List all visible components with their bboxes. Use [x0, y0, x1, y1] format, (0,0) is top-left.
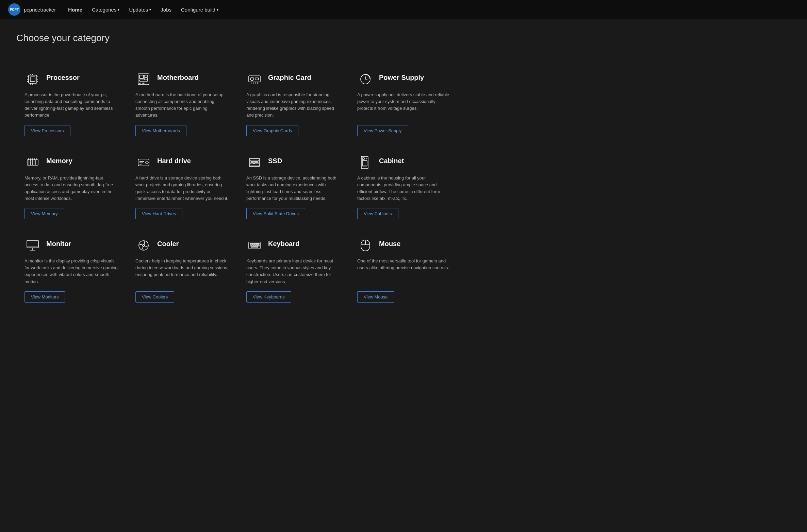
- category-cell-mouse: Mouse One of the most versatile tool for…: [349, 229, 460, 312]
- category-header-hard-drive: Hard drive: [135, 154, 229, 171]
- category-header-memory: Memory: [24, 154, 118, 171]
- category-header-motherboard: Motherboard: [135, 71, 229, 87]
- svg-rect-74: [254, 245, 256, 246]
- category-cell-cooler: Cooler Coolers help in keeping temperatu…: [127, 229, 238, 312]
- svg-rect-68: [252, 243, 253, 244]
- svg-point-64: [139, 241, 148, 250]
- nav-logo[interactable]: PCPT pcpricetracker: [8, 3, 56, 16]
- nav-configure-build[interactable]: Configure build ▾: [177, 4, 223, 15]
- cooler-icon: [135, 237, 152, 254]
- svg-rect-75: [256, 245, 258, 246]
- category-header-ssd: SSD: [246, 154, 340, 171]
- category-header-graphic-card: Graphic Card: [246, 71, 340, 87]
- svg-rect-60: [27, 240, 38, 248]
- psu-icon: [357, 71, 374, 87]
- keyboard-icon: [246, 237, 263, 254]
- page-title: Choose your category: [16, 33, 460, 44]
- svg-rect-25: [250, 77, 254, 81]
- category-desc-keyboard: Keyboards are primary input device for m…: [246, 258, 340, 285]
- chevron-down-icon: ▾: [149, 8, 151, 12]
- category-cell-motherboard: Motherboard A motherboard is the backbon…: [127, 63, 238, 146]
- category-cell-ssd: SSD An SSD is a storage device, accelera…: [238, 146, 349, 229]
- hdd-icon: [135, 154, 152, 171]
- nav-categories[interactable]: Categories ▾: [88, 4, 124, 15]
- nav-home[interactable]: Home: [64, 4, 86, 15]
- category-desc-cabinet: A cabinet is the housing for all your co…: [357, 175, 450, 202]
- view-btn-cabinet[interactable]: View Cabinets: [357, 208, 398, 219]
- processor-icon: [24, 71, 41, 87]
- category-title-monitor: Monitor: [46, 237, 71, 248]
- category-cell-memory: Memory Memory, or RAM, provides lightnin…: [16, 146, 127, 229]
- view-btn-ssd[interactable]: View Solid State Drives: [246, 208, 305, 219]
- categories-grid: Processor A processor is the powerhouse …: [16, 63, 460, 312]
- svg-point-80: [365, 242, 366, 243]
- view-btn-monitor[interactable]: View Monitors: [24, 291, 65, 303]
- category-title-keyboard: Keyboard: [268, 237, 299, 248]
- category-header-keyboard: Keyboard: [246, 237, 340, 254]
- category-header-power-supply: Power Supply: [357, 71, 450, 87]
- view-btn-mouse[interactable]: View Mouse: [357, 291, 394, 303]
- category-header-monitor: Monitor: [24, 237, 118, 254]
- category-desc-memory: Memory, or RAM, provides lightning-fast …: [24, 175, 118, 202]
- category-desc-graphic-card: A graphics card is responsible for stunn…: [246, 91, 340, 119]
- ssd-icon: [246, 154, 263, 171]
- gpu-icon: [246, 71, 263, 87]
- svg-rect-15: [139, 75, 144, 79]
- category-header-cooler: Cooler: [135, 237, 229, 254]
- chevron-down-icon: ▾: [217, 8, 218, 12]
- category-title-processor: Processor: [46, 71, 80, 82]
- logo-icon: PCPT: [8, 3, 20, 16]
- title-divider: [16, 49, 460, 49]
- view-btn-memory[interactable]: View Memory: [24, 208, 64, 219]
- category-header-mouse: Mouse: [357, 237, 450, 254]
- svg-rect-56: [362, 158, 364, 159]
- view-btn-power-supply[interactable]: View Power Supply: [357, 125, 408, 136]
- motherboard-icon: [135, 71, 152, 87]
- svg-point-65: [143, 244, 145, 246]
- category-desc-monitor: A monitor is the display providing crisp…: [24, 258, 118, 285]
- category-cell-monitor: Monitor A monitor is the display providi…: [16, 229, 127, 312]
- svg-rect-69: [254, 243, 256, 244]
- nav-links: Home Categories ▾ Updates ▾ Jobs Configu…: [64, 4, 223, 15]
- svg-rect-70: [256, 243, 258, 244]
- category-title-power-supply: Power Supply: [379, 71, 424, 82]
- category-desc-mouse: One of the most versatile tool for gamer…: [357, 258, 450, 285]
- svg-rect-77: [251, 247, 258, 248]
- nav-updates[interactable]: Updates ▾: [125, 4, 155, 15]
- view-btn-hard-drive[interactable]: View Hard Drives: [135, 208, 182, 219]
- view-btn-cooler[interactable]: View Coolers: [135, 291, 174, 303]
- category-title-cabinet: Cabinet: [379, 154, 404, 165]
- category-cell-graphic-card: Graphic Card A graphics card is responsi…: [238, 63, 349, 146]
- category-title-motherboard: Motherboard: [157, 71, 199, 82]
- category-desc-power-supply: A power supply unit delivers stable and …: [357, 91, 450, 119]
- view-btn-keyboard[interactable]: View Keyboards: [246, 291, 291, 303]
- category-cell-cabinet: Cabinet A cabinet is the housing for all…: [349, 146, 460, 229]
- category-title-ssd: SSD: [268, 154, 282, 165]
- view-btn-graphic-card[interactable]: View Graphic Cards: [246, 125, 298, 136]
- svg-point-46: [146, 161, 148, 164]
- chevron-down-icon: ▾: [118, 8, 119, 12]
- monitor-icon: [24, 237, 41, 254]
- category-cell-processor: Processor A processor is the powerhouse …: [16, 63, 127, 146]
- category-header-cabinet: Cabinet: [357, 154, 450, 171]
- category-desc-ssd: An SSD is a storage device, accelerating…: [246, 175, 340, 202]
- category-title-memory: Memory: [46, 154, 72, 165]
- category-title-hard-drive: Hard drive: [157, 154, 191, 165]
- category-desc-hard-drive: A hard drive is a storage device storing…: [135, 175, 229, 202]
- mouse-icon: [357, 237, 374, 254]
- svg-rect-17: [144, 78, 148, 80]
- nav-jobs[interactable]: Jobs: [157, 4, 176, 15]
- svg-rect-26: [255, 78, 259, 80]
- svg-rect-18: [139, 80, 148, 81]
- svg-rect-57: [362, 160, 367, 166]
- category-cell-keyboard: Keyboard Keyboards are primary input dev…: [238, 229, 349, 312]
- category-cell-power-supply: Power Supply A power supply unit deliver…: [349, 63, 460, 146]
- view-btn-motherboard[interactable]: View Motherboards: [135, 125, 186, 136]
- svg-rect-1: [30, 77, 35, 82]
- svg-rect-76: [258, 245, 259, 246]
- cabinet-icon: [357, 154, 374, 171]
- svg-rect-16: [144, 75, 148, 77]
- category-header-processor: Processor: [24, 71, 118, 87]
- view-btn-processor[interactable]: View Processors: [24, 125, 70, 136]
- category-desc-processor: A processor is the powerhouse of your pc…: [24, 91, 118, 119]
